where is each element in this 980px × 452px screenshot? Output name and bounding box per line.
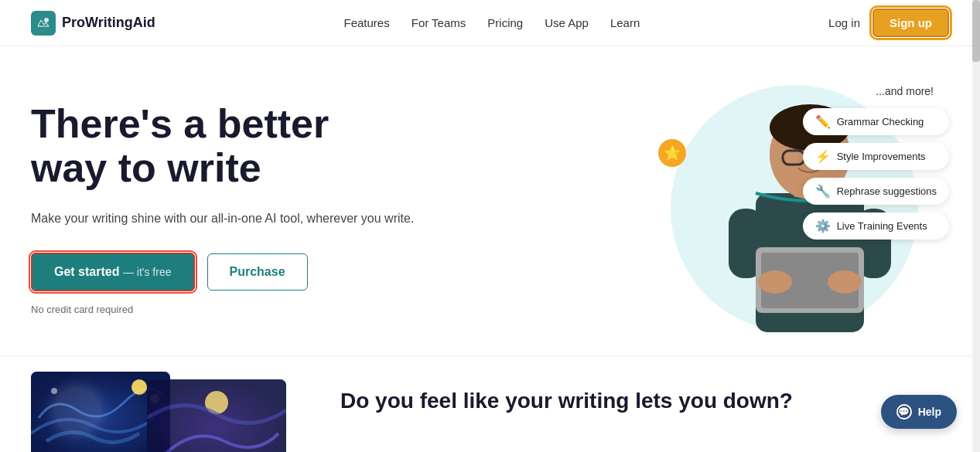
art-card-2: [147, 379, 286, 452]
pill-training: ⚙️ Live Training Events: [803, 212, 949, 240]
scrollbar-thumb[interactable]: [972, 0, 980, 62]
hero-right: ⭐ ...and more! ✏️ Grammar Checking ⚡ Sty…: [490, 77, 950, 340]
nav-pricing[interactable]: Pricing: [487, 16, 523, 29]
help-label: Help: [918, 406, 941, 418]
get-started-button[interactable]: Get started — it's free: [31, 253, 195, 291]
grammar-icon: ✏️: [815, 114, 831, 129]
nav-teams[interactable]: For Teams: [411, 16, 466, 29]
svg-point-15: [131, 379, 147, 395]
hero-left: There's a better way to write Make your …: [31, 102, 490, 316]
pill-grammar: ✏️ Grammar Checking: [803, 108, 949, 135]
pill-rephrase: 🔧 Rephrase suggestions: [803, 178, 949, 205]
nav-actions: Log in Sign up: [828, 8, 949, 37]
bottom-right: Do you feel like your writing lets you d…: [340, 372, 949, 415]
svg-point-12: [758, 270, 792, 294]
nav-learn[interactable]: Learn: [610, 16, 640, 29]
login-link[interactable]: Log in: [828, 16, 860, 29]
logo-icon: [31, 11, 56, 36]
scrollbar-track[interactable]: [972, 0, 980, 452]
chat-icon: 💬: [896, 404, 912, 420]
style-icon: ⚡: [815, 149, 831, 164]
feature-pills: ✏️ Grammar Checking ⚡ Style Improvements…: [803, 108, 949, 240]
hero-section: There's a better way to write Make your …: [0, 46, 980, 355]
svg-point-17: [51, 388, 57, 394]
logo-link[interactable]: ProWritingAid: [31, 11, 155, 36]
signup-button[interactable]: Sign up: [872, 8, 949, 37]
artwork-preview: [31, 372, 294, 452]
nav-features[interactable]: Features: [344, 16, 390, 29]
star-badge: ⭐: [658, 139, 686, 167]
hero-buttons: Get started — it's free Purchase: [31, 253, 459, 291]
no-credit-text: No credit card required: [31, 304, 459, 315]
hero-subtitle: Make your writing shine with our all-in-…: [31, 209, 459, 229]
rephrase-icon: 🔧: [815, 184, 831, 199]
svg-point-13: [828, 270, 862, 294]
pill-style: ⚡ Style Improvements: [803, 143, 949, 170]
nav-use-app[interactable]: Use App: [545, 16, 589, 29]
nav-links: Features For Teams Pricing Use App Learn: [344, 16, 640, 30]
svg-point-0: [44, 18, 49, 22]
help-button[interactable]: 💬 Help: [881, 395, 957, 429]
hero-title: There's a better way to write: [31, 102, 459, 190]
purchase-button[interactable]: Purchase: [207, 253, 308, 291]
training-icon: ⚙️: [815, 219, 831, 233]
logo-text: ProWritingAid: [62, 15, 155, 31]
bottom-question: Do you feel like your writing lets you d…: [340, 387, 949, 415]
art-swirl-2: [147, 379, 286, 452]
free-text: — it's free: [123, 266, 172, 278]
bottom-section: Do you feel like your writing lets you d…: [0, 355, 980, 452]
navbar: ProWritingAid Features For Teams Pricing…: [0, 0, 980, 46]
